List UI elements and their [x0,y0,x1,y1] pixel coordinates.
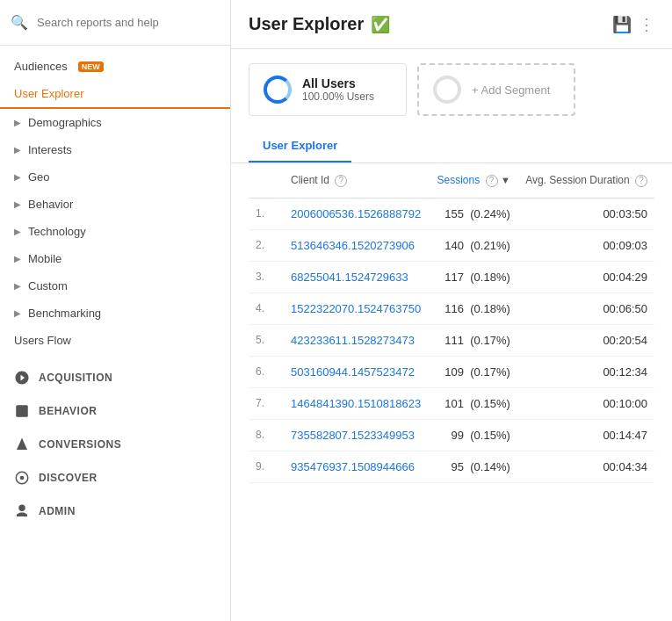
row-sessions: 99 (0.15%) [430,419,517,451]
sidebar-item-benchmarking[interactable]: ▶ Benchmarking [0,300,230,327]
arrow-icon: ▶ [14,227,21,236]
sidebar-item-behavior[interactable]: ▶ Behavior [0,191,230,218]
row-number: 1. [249,198,284,229]
row-client-id[interactable]: 503160944.1457523472 [284,356,430,387]
avg-session-help-icon[interactable]: ? [635,175,647,187]
row-client-id[interactable]: 1464841390.1510818623 [284,387,430,419]
client-id-link[interactable]: 423233611.1528273473 [291,334,415,347]
search-input[interactable] [37,16,220,29]
discover-icon [14,470,30,486]
sidebar-item-label: Mobile [28,252,61,265]
sidebar-item-label: Custom [28,279,68,292]
sidebar-item-acquisition[interactable]: ACQUISITION [0,361,230,394]
tab-bar: User Explorer [231,130,672,163]
client-id-link[interactable]: 735582807.1523349953 [291,429,415,442]
more-icon[interactable]: ⋮ [639,15,654,34]
acquisition-label: ACQUISITION [39,372,112,384]
arrow-icon: ▶ [14,145,21,155]
sidebar-item-admin[interactable]: ADMIN [0,495,230,528]
row-duration: 00:12:34 [517,356,654,387]
client-id-link[interactable]: 1522322070.1524763750 [291,302,421,315]
row-sessions: 117 (0.18%) [430,261,517,292]
sidebar-item-label: Interests [28,143,72,156]
sidebar-item-audiences[interactable]: Audiences NEW [0,53,230,80]
row-sessions: 95 (0.14%) [430,451,517,482]
behavior-label: BEHAVIOR [39,405,97,417]
row-client-id[interactable]: 68255041.1524729633 [284,261,430,292]
segment-all-users[interactable]: All Users 100.00% Users [249,63,407,116]
table-row: 6. 503160944.1457523472 109 (0.17%) 00:1… [249,356,654,387]
table-row: 8. 735582807.1523349953 99 (0.15%) 00:14… [249,419,654,451]
row-client-id[interactable]: 735582807.1523349953 [284,419,430,451]
sessions-value: 111 [444,334,464,347]
row-number: 3. [249,261,284,292]
sessions-value: 95 [452,460,464,473]
table-row: 2. 513646346.1520273906 140 (0.21%) 00:0… [249,229,654,261]
row-client-id[interactable]: 423233611.1528273473 [284,324,430,356]
sidebar-item-behavior-section[interactable]: BEHAVIOR [0,394,230,428]
row-duration: 00:14:47 [517,419,654,451]
sidebar-item-demographics[interactable]: ▶ Demographics [0,109,230,136]
row-number: 4. [249,292,284,324]
sessions-value: 116 [444,302,464,315]
save-icon[interactable]: 💾 [612,15,632,34]
sessions-value: 140 [444,239,464,252]
client-id-link[interactable]: 68255041.1524729633 [291,271,408,284]
main-content: User Explorer ✅ 💾 ⋮ All Users 100.00% Us… [231,0,672,621]
col-client-id: Client Id ? [284,163,430,198]
sidebar-item-conversions[interactable]: CONVERSIONS [0,428,230,461]
row-client-id[interactable]: 935476937.1508944666 [284,451,430,482]
row-duration: 00:06:50 [517,292,654,324]
row-number: 6. [249,356,284,387]
arrow-icon: ▶ [14,172,21,182]
table-row: 7. 1464841390.1510818623 101 (0.15%) 00:… [249,387,654,419]
svg-marker-1 [17,438,27,451]
row-client-id[interactable]: 2006006536.1526888792 [284,198,430,229]
search-bar: 🔍 [0,0,230,46]
col-sessions[interactable]: Sessions ? ▼ [430,163,517,198]
row-duration: 00:03:50 [517,198,654,229]
sidebar-item-interests[interactable]: ▶ Interests [0,136,230,163]
add-segment-button[interactable]: + Add Segment [417,63,575,116]
admin-icon [14,503,30,519]
svg-point-3 [20,476,25,480]
sessions-value: 109 [444,365,464,379]
sessions-help-icon[interactable]: ? [486,175,498,187]
sidebar-item-label: Benchmarking [28,307,101,320]
client-id-help-icon[interactable]: ? [335,175,347,187]
segment-info: All Users 100.00% Users [302,76,374,103]
arrow-icon: ▶ [14,308,21,318]
client-id-link[interactable]: 1464841390.1510818623 [291,397,421,410]
row-duration: 00:04:34 [517,451,654,482]
row-client-id[interactable]: 1522322070.1524763750 [284,292,430,324]
arrow-icon: ▶ [14,199,21,209]
sidebar-item-label: Demographics [28,116,102,129]
verified-icon: ✅ [371,15,390,34]
sidebar-item-custom[interactable]: ▶ Custom [0,272,230,300]
sidebar-item-user-explorer[interactable]: User Explorer [0,80,230,109]
sessions-pct: (0.18%) [470,302,510,315]
table-row: 9. 935476937.1508944666 95 (0.14%) 00:04… [249,451,654,482]
tab-user-explorer[interactable]: User Explorer [249,130,351,162]
row-sessions: 101 (0.15%) [430,387,517,419]
client-id-link[interactable]: 2006006536.1526888792 [291,207,421,220]
sidebar-item-mobile[interactable]: ▶ Mobile [0,245,230,272]
row-client-id[interactable]: 513646346.1520273906 [284,229,430,261]
client-id-link[interactable]: 503160944.1457523472 [291,365,415,379]
col-avg-session-duration: Avg. Session Duration ? [517,163,654,198]
sidebar-item-users-flow[interactable]: Users Flow [0,327,230,354]
segment-name: All Users [302,76,374,90]
data-table-container: Client Id ? Sessions ? ▼ Avg. Session Du… [231,163,672,483]
sidebar-item-discover[interactable]: DISCOVER [0,461,230,495]
row-duration: 00:10:00 [517,387,654,419]
sidebar-item-geo[interactable]: ▶ Geo [0,163,230,191]
conversions-icon [14,437,30,452]
row-sessions: 155 (0.24%) [430,198,517,229]
sidebar-item-label: Geo [28,170,50,184]
svg-rect-0 [16,405,28,417]
row-sessions: 116 (0.18%) [430,292,517,324]
sidebar-item-technology[interactable]: ▶ Technology [0,218,230,245]
client-id-link[interactable]: 513646346.1520273906 [291,239,415,252]
acquisition-icon [14,370,30,386]
client-id-link[interactable]: 935476937.1508944666 [291,460,415,473]
